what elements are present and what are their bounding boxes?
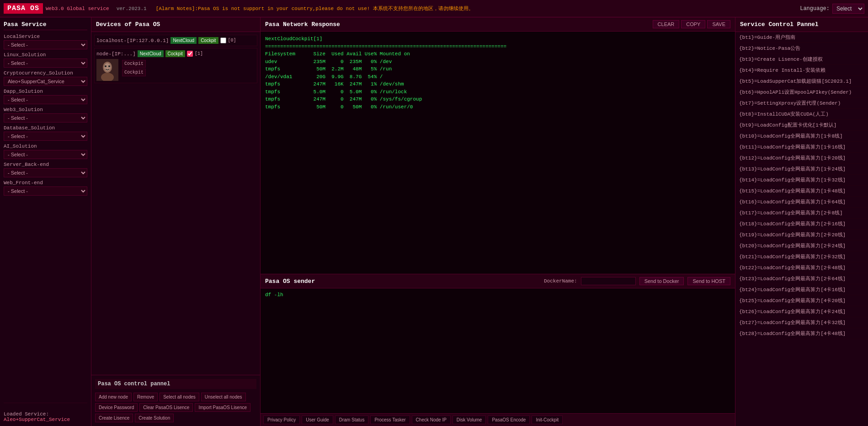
device-checkbox-1[interactable] <box>187 51 193 57</box>
service-section-web3: Web3_Solution - Select - <box>4 107 87 122</box>
bottom-tabs: Privacy Policy User Guide Dram Status Pr… <box>261 413 735 426</box>
service-label-6: AI_Solution <box>4 144 87 149</box>
service-select-6[interactable]: - Select - <box>4 150 87 159</box>
language-select[interactable]: Select English 中文 日本語 <box>832 4 864 14</box>
service-select-5[interactable]: - Select - <box>4 132 87 141</box>
service-label-2: Cryptocurrency_Solution <box>4 70 87 76</box>
tab-process-tasker[interactable]: Process Tasker <box>370 415 410 424</box>
remove-button[interactable]: Remove <box>133 393 158 401</box>
clear-button[interactable]: CLEAR <box>653 20 680 28</box>
devices-list: localhost-[IP:127.0.0.1] NextCloud Cockp… <box>91 32 260 375</box>
tab-dram-status[interactable]: Dram Status <box>335 415 369 424</box>
service-control-item[interactable]: {bt15}=LoadConfig全网最高算力[1卡48线] <box>735 186 868 197</box>
service-control-item-label: {bt2}=Notice·Pasa公告 <box>739 45 800 52</box>
loaded-service-label: Loaded Service: <box>4 408 87 417</box>
service-label-3: Dapp_Solution <box>4 89 87 94</box>
nextcloud-button-1[interactable]: NextCloud <box>138 50 164 57</box>
service-control-item[interactable]: {bt3}=Create Lisence·创建授权 <box>735 54 868 65</box>
service-control-item[interactable]: {bt18}=LoadConfig全网最高算力[2卡16线] <box>735 218 868 229</box>
service-select-4[interactable]: - Select - <box>4 113 87 122</box>
service-control-item[interactable]: {bt26}=LoadConfig全网最高算力[4卡24线] <box>735 306 868 317</box>
service-label-8: Web_Front-end <box>4 180 87 186</box>
language-selector[interactable]: Language: Select English 中文 日本語 <box>800 4 864 14</box>
cockpit-button-0[interactable]: Cockpit <box>198 37 218 44</box>
service-control-item[interactable]: {bt17}=LoadConfig全网最高算力[2卡8线] <box>735 208 868 218</box>
sender-input[interactable] <box>261 288 735 413</box>
tab-init-cockpit[interactable]: Init-Cockpit <box>532 415 563 424</box>
service-control-item-label: {bt7}=SettingXproxy设置代理(Sender) <box>739 100 841 106</box>
service-control-item[interactable]: {bt6}=HpoolAPli设置HpoolAPIkey(Sender) <box>735 87 868 98</box>
device-password-button[interactable]: Device Password <box>95 403 138 412</box>
service-control-item[interactable]: {bt12}=LoadConfig全网最高算力[1卡20线] <box>735 153 868 164</box>
docker-name-label: DockerName: <box>544 278 577 284</box>
tab-disk-volume[interactable]: Disk Volume <box>453 415 486 424</box>
copy-button[interactable]: COPY <box>681 20 705 28</box>
loaded-service-value: Aleo+SupperCat_Service <box>4 417 87 422</box>
send-docker-button[interactable]: Send to Docker <box>639 277 684 285</box>
control-panel: Pasa OS control pannel Add new node Remo… <box>91 375 260 426</box>
import-lisence-button[interactable]: Import PasaOS Lisence <box>195 403 250 412</box>
alarm-notice: [Alarm Notes]:Pasa OS is not support in … <box>156 5 800 12</box>
service-control-item-label: {bt22}=LoadConfig全网最高算力[2卡48线] <box>739 264 846 271</box>
service-control-item[interactable]: {bt11}=LoadConfig全网最高算力[1卡16线] <box>735 142 868 153</box>
service-control-item[interactable]: {bt10}=LoadConfig全网最高算力[1卡8线] <box>735 131 868 142</box>
clear-lisence-button[interactable]: Clear PasaOS Lisence <box>139 403 193 412</box>
cockpit-button-1[interactable]: Cockpit <box>165 50 185 57</box>
service-control-title: Service Control Pannel <box>735 17 868 32</box>
service-select-7[interactable]: - Select - <box>4 168 87 177</box>
service-control-item-label: {bt4}=Require Install·安装依赖 <box>739 67 825 74</box>
create-solution-button[interactable]: Create Solution <box>135 414 174 422</box>
unselect-all-button[interactable]: Unselect all nodes <box>201 393 246 401</box>
service-select-1[interactable]: - Select - <box>4 59 87 68</box>
service-control-item[interactable]: {bt22}=LoadConfig全网最高算力[2卡48线] <box>735 262 868 273</box>
device-name-0: localhost-[IP:127.0.0.1] <box>96 38 169 43</box>
service-section-server: Server_Back-end - Select - <box>4 162 87 177</box>
service-control-item[interactable]: {bt2}=Notice·Pasa公告 <box>735 43 868 54</box>
service-control-item[interactable]: {bt14}=LoadConfig全网最高算力[1卡32线] <box>735 175 868 186</box>
service-control-item[interactable]: {bt28}=LoadConfig全网最高算力[4卡48线] <box>735 328 868 339</box>
service-control-item-label: {bt28}=LoadConfig全网最高算力[4卡48线] <box>739 330 846 337</box>
service-control-item[interactable]: {bt7}=SettingXproxy设置代理(Sender) <box>735 98 868 109</box>
service-control-item[interactable]: {bt24}=LoadConfig全网最高算力[4卡16线] <box>735 284 868 295</box>
service-control-item[interactable]: {bt9}=LoadConfig配置卡优化[1卡默认] <box>735 120 868 131</box>
service-select-3[interactable]: - Select - <box>4 95 87 104</box>
service-control-item[interactable]: {bt16}=LoadConfig全网最高算力[1卡64线] <box>735 197 868 208</box>
language-label: Language: <box>800 5 830 12</box>
control-panel-title: Pasa OS control pannel <box>95 379 256 389</box>
save-button[interactable]: SAVE <box>707 20 730 28</box>
add-node-button[interactable]: Add new node <box>95 393 132 401</box>
service-section-db: Database_Solution - Select - <box>4 125 87 141</box>
service-control-item[interactable]: {bt21}=LoadConfig全网最高算力[2卡32线] <box>735 251 868 262</box>
network-response-section: Pasa Network Response CLEAR COPY SAVE Ne… <box>261 17 735 274</box>
service-label-4: Web3_Solution <box>4 107 87 112</box>
service-control-item-label: {bt9}=LoadConfig配置卡优化[1卡默认] <box>739 122 836 128</box>
service-label-7: Server_Back-end <box>4 162 87 167</box>
network-response-header: Pasa Network Response CLEAR COPY SAVE <box>261 17 735 32</box>
service-control-item[interactable]: {bt1}=Guide·用户指南 <box>735 32 868 43</box>
nextcloud-button-0[interactable]: NextCloud <box>170 37 197 44</box>
service-control-panel: Service Control Pannel {bt1}=Guide·用户指南{… <box>735 17 868 426</box>
service-label-0: LocalService <box>4 34 87 39</box>
service-select-8[interactable]: - Select - <box>4 186 87 196</box>
service-control-item[interactable]: {bt27}=LoadConfig全网最高算力[4卡32线] <box>735 317 868 328</box>
device-checkbox-0[interactable] <box>220 37 226 43</box>
service-control-item[interactable]: {bt5}=LoadSupperCat加载超级猫[SC2023.1] <box>735 76 868 87</box>
service-control-item[interactable]: {bt19}=LoadConfig全网最高算力[2卡20线] <box>735 229 868 240</box>
service-select-2[interactable]: Aleo+SupperCat_Service - Select - <box>4 77 87 86</box>
tab-user-guide[interactable]: User Guide <box>302 415 333 424</box>
service-control-item[interactable]: {bt20}=LoadConfig全网最高算力[2卡24线] <box>735 240 868 251</box>
service-control-item[interactable]: {bt13}=LoadConfig全网最高算力[1卡24线] <box>735 164 868 175</box>
create-lisence-button[interactable]: Create Lisence <box>95 414 133 422</box>
tab-privacy-policy[interactable]: Privacy Policy <box>263 415 300 424</box>
service-control-item[interactable]: {bt8}=InstallCUDA安装CUDA(人工) <box>735 109 868 120</box>
select-all-button[interactable]: Select all nodes <box>160 393 199 401</box>
service-control-item[interactable]: {bt4}=Require Install·安装依赖 <box>735 65 868 76</box>
docker-name-input[interactable] <box>581 277 636 285</box>
tab-pasaos-encode[interactable]: PasaOS Encode <box>488 415 530 424</box>
service-control-item[interactable]: {bt23}=LoadConfig全网最高算力[2卡64线] <box>735 273 868 284</box>
tab-check-node-ip[interactable]: Check Node IP <box>412 415 451 424</box>
service-control-item[interactable]: {bt25}=LoadConfig全网最高算力[4卡20线] <box>735 295 868 306</box>
sender-header: Pasa OS sender DockerName: Send to Docke… <box>261 274 735 288</box>
service-select-0[interactable]: - Select - <box>4 40 87 49</box>
send-host-button[interactable]: Send to HOST <box>687 277 730 285</box>
